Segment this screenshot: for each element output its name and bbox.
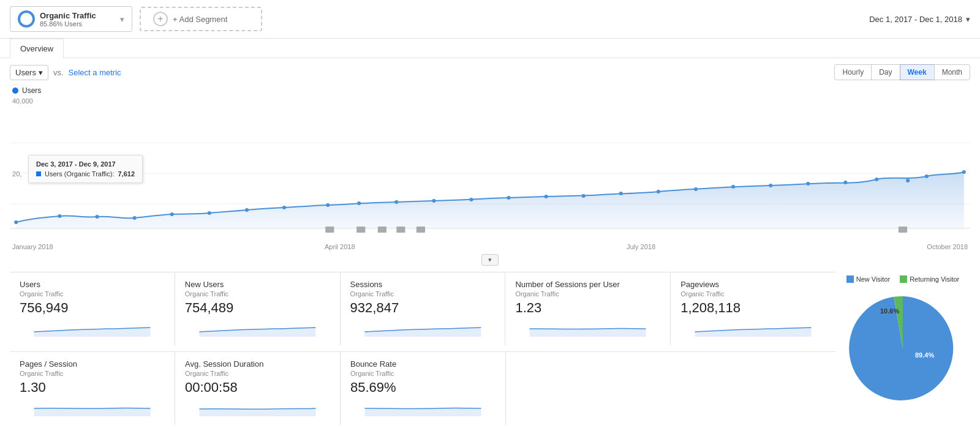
time-btn-day[interactable]: Day — [871, 64, 900, 80]
sparkline-new-users — [185, 320, 330, 338]
svg-point-28 — [906, 179, 910, 182]
svg-point-24 — [769, 184, 772, 187]
metric-seg-users: Organic Traffic — [20, 290, 165, 298]
pie-pct-new: 89.4% — [915, 351, 934, 359]
metric-pageviews: Pageviews Organic Traffic 1,208,118 — [671, 272, 835, 345]
sparkline-bounce-rate — [350, 399, 496, 418]
svg-point-15 — [432, 199, 435, 203]
time-buttons: Hourly Day Week Month — [835, 64, 970, 80]
date-range-label: Dec 1, 2017 - Dec 1, 2018 — [869, 15, 962, 24]
sparkline-sessions — [350, 320, 496, 338]
segment-title: Organic Traffic — [40, 11, 96, 20]
metric-sessions-per-user: Number of Sessions per User Organic Traf… — [505, 272, 671, 345]
x-label-jan: January 2018 — [12, 243, 53, 250]
svg-point-10 — [245, 208, 249, 212]
metric-value-bounce-rate: 85.69% — [350, 380, 496, 395]
metric-new-users: New Users Organic Traffic 754,489 — [175, 272, 341, 345]
segment-info: Organic Traffic 85.86% Users — [40, 11, 96, 28]
svg-point-29 — [925, 174, 929, 178]
scroll-indicator: ▾ — [10, 254, 970, 266]
metric-value-pageviews: 1,208,118 — [680, 300, 826, 316]
legend-label-users: Users — [22, 86, 41, 95]
metric-seg-avg-duration: Organic Traffic — [185, 370, 330, 377]
metric-value-pages-per-session: 1.30 — [20, 380, 165, 395]
metric-name-pageviews: Pageviews — [680, 280, 826, 289]
metric-avg-session-duration: Avg. Session Duration Organic Traffic 00… — [175, 352, 341, 425]
metric-seg-pages-per-session: Organic Traffic — [20, 370, 165, 377]
svg-point-16 — [469, 198, 473, 201]
sparkline-sessions-per-user — [515, 320, 660, 338]
svg-point-6 — [95, 215, 99, 219]
date-range-arrow: ▾ — [966, 15, 970, 24]
area-fill — [16, 172, 964, 228]
chart-controls: Users ▾ vs. Select a metric Hourly Day W… — [0, 58, 980, 86]
y-axis-top-label: 40,000 — [10, 97, 970, 105]
svg-point-13 — [357, 201, 361, 205]
metrics-left: Users Organic Traffic 756,949 New Users … — [10, 266, 835, 425]
sparkline-users — [20, 320, 165, 338]
x-label-apr: April 2018 — [325, 243, 355, 250]
pie-legend: New Visitor Returning Visitor — [846, 275, 960, 283]
vs-label: vs. — [53, 68, 64, 77]
metric-empty-2 — [671, 352, 835, 425]
metric-label: Users — [15, 68, 36, 77]
pie-label-new: New Visitor — [856, 275, 890, 283]
svg-rect-33 — [356, 227, 365, 233]
metric-value-users: 756,949 — [20, 300, 165, 316]
pie-chart-svg: 89.4% 10.6% — [845, 290, 961, 407]
add-segment-button[interactable]: + + Add Segment — [140, 7, 262, 31]
svg-rect-36 — [417, 227, 425, 233]
date-range-selector[interactable]: Dec 1, 2017 - Dec 1, 2018 ▾ — [869, 15, 970, 24]
time-btn-month[interactable]: Month — [934, 64, 970, 80]
svg-point-5 — [58, 214, 61, 218]
svg-point-7 — [133, 216, 137, 220]
svg-point-8 — [170, 212, 174, 216]
metric-name-bounce-rate: Bounce Rate — [350, 359, 496, 369]
chart-area: Users 40,000 Dec 3, 2017 - Dec 9, 2017 U… — [0, 86, 980, 266]
sparkline-pages-per-session — [20, 399, 165, 418]
svg-rect-34 — [378, 227, 386, 233]
pie-legend-returning: Returning Visitor — [900, 275, 959, 283]
organic-traffic-segment[interactable]: Organic Traffic 85.86% Users ▾ — [10, 6, 132, 32]
select-metric-link[interactable]: Select a metric — [69, 68, 121, 77]
svg-point-12 — [326, 203, 330, 207]
pie-label-returning: Returning Visitor — [910, 275, 959, 283]
x-axis-labels: January 2018 April 2018 July 2018 Octobe… — [10, 243, 970, 250]
svg-point-18 — [545, 195, 548, 198]
svg-point-25 — [806, 182, 810, 186]
svg-rect-35 — [396, 227, 405, 233]
svg-point-21 — [657, 190, 660, 193]
metric-name-sessions: Sessions — [350, 280, 496, 289]
legend-dot-users — [12, 88, 18, 94]
add-segment-label: + Add Segment — [173, 15, 227, 24]
metric-name-avg-duration: Avg. Session Duration — [185, 359, 330, 369]
pie-chart-section: New Visitor Returning Visitor 89.4% 10.6… — [835, 266, 970, 425]
add-segment-icon: + — [153, 12, 168, 26]
metric-bounce-rate: Bounce Rate Organic Traffic 85.69% — [341, 352, 506, 425]
svg-point-27 — [875, 178, 878, 181]
scroll-down-button[interactable]: ▾ — [481, 254, 499, 266]
metric-name-users: Users — [20, 280, 165, 289]
metric-seg-sessions-per-user: Organic Traffic — [515, 290, 660, 298]
time-btn-week[interactable]: Week — [900, 64, 935, 80]
metrics-row-2: Pages / Session Organic Traffic 1.30 Avg… — [10, 351, 835, 425]
metric-selector: Users ▾ vs. Select a metric — [10, 65, 121, 80]
x-label-oct: October 2018 — [927, 243, 968, 250]
metric-value-sessions: 932,847 — [350, 300, 496, 316]
segment-icon — [18, 10, 35, 28]
metric-name-new-users: New Users — [185, 280, 330, 289]
pie-color-new — [846, 275, 854, 283]
metric-dropdown[interactable]: Users ▾ — [10, 65, 48, 80]
time-btn-hourly[interactable]: Hourly — [834, 64, 872, 80]
pie-legend-new: New Visitor — [846, 275, 890, 283]
top-bar: Organic Traffic 85.86% Users ▾ + + Add S… — [0, 0, 980, 39]
svg-rect-32 — [325, 227, 334, 233]
svg-point-23 — [731, 185, 735, 189]
svg-point-14 — [394, 200, 398, 204]
svg-point-30 — [962, 170, 966, 174]
metric-name-pages-per-session: Pages / Session — [20, 359, 165, 369]
sparkline-pageviews — [680, 320, 826, 338]
tab-overview[interactable]: Overview — [10, 39, 64, 58]
pie-color-returning — [900, 275, 907, 283]
metric-seg-pageviews: Organic Traffic — [680, 290, 826, 298]
